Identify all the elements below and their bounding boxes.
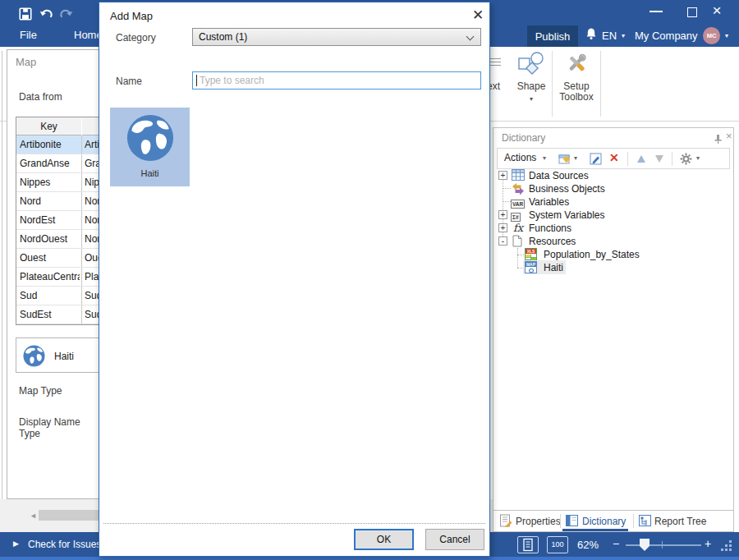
name-search-input[interactable] [192, 71, 481, 90]
tree-item-population-by-states[interactable]: XLS Population_by_States [493, 248, 732, 261]
category-label: Category [116, 32, 156, 44]
category-select[interactable]: Custom (1) [192, 28, 481, 46]
minimize-button[interactable] [649, 11, 663, 12]
new-item-caret-icon[interactable]: ▾ [574, 154, 577, 162]
expand-arrow-icon[interactable]: ▶ [13, 539, 19, 548]
add-map-dialog: Add Map ✕ Category Custom (1) Name Haiti… [99, 2, 490, 557]
report-tree-tab-icon [639, 515, 651, 530]
table-row[interactable]: SudEstSudEst [16, 305, 106, 324]
tree-item-resources[interactable]: - Resources [493, 235, 732, 248]
undo-icon[interactable] [39, 7, 53, 25]
dictionary-panel: Dictionary × Actions ▾ ▾ ✕ ▾ [493, 127, 734, 511]
tree-item-haiti[interactable]: MAP Haiti [493, 261, 732, 274]
shape-icon [517, 51, 545, 80]
check-for-issues-button[interactable]: Check for Issues [28, 539, 101, 550]
settings-gear-icon[interactable] [680, 153, 692, 168]
redo-icon[interactable] [59, 7, 74, 25]
edit-icon[interactable] [590, 153, 602, 168]
panel-close-icon[interactable]: × [726, 130, 732, 142]
tab-report-tree[interactable]: Report Tree [654, 516, 706, 527]
active-tab-underline [562, 529, 628, 531]
expander-icon[interactable]: + [498, 210, 507, 219]
variables-icon: VAR [511, 197, 524, 209]
table-row[interactable]: NordNord [16, 192, 106, 211]
zoom-100-button[interactable]: 100 [547, 536, 568, 553]
key-column-header: Key [16, 117, 81, 135]
zoom-slider-track[interactable] [626, 544, 701, 546]
table-row[interactable]: GrandAnseGrandAnse [16, 154, 106, 173]
globe-icon [126, 114, 174, 162]
tile-label: Haiti [110, 168, 190, 178]
table-row[interactable]: NordOuestNordOuest [16, 230, 106, 249]
tab-dictionary[interactable]: Dictionary [582, 516, 626, 527]
dialog-close-icon[interactable]: ✕ [469, 7, 487, 25]
move-down-icon[interactable] [655, 155, 663, 163]
tab-properties[interactable]: Properties [516, 516, 561, 527]
pin-icon[interactable] [714, 133, 723, 148]
cancel-button[interactable]: Cancel [425, 529, 484, 550]
tab-file[interactable]: File [20, 29, 37, 41]
language-caret-icon[interactable]: ▾ [622, 32, 625, 39]
actions-button[interactable]: Actions [504, 152, 536, 163]
dictionary-toolbar: Actions ▾ ▾ ✕ ▾ [497, 148, 730, 169]
text-cursor [196, 75, 197, 86]
zoom-in-icon[interactable]: + [705, 537, 711, 550]
publish-button[interactable]: Publish [527, 25, 578, 47]
category-value: Custom (1) [199, 31, 247, 43]
page-view-button[interactable] [517, 536, 539, 553]
zoom-slider-thumb[interactable] [640, 539, 649, 551]
dialog-title: Add Map [110, 10, 153, 22]
account-caret-icon[interactable]: ▾ [725, 32, 728, 39]
key-name-table: Key ArtiboniteArtibonite GrandAnseGrandA… [16, 117, 106, 325]
table-row[interactable]: ArtiboniteArtibonite [16, 135, 106, 154]
map-properties-panel: Map Data from Key ArtiboniteArtibonite G… [7, 49, 99, 499]
resize-grip[interactable] [721, 540, 732, 552]
new-item-icon[interactable] [558, 153, 571, 168]
app-window: × File Home Publish EN ▾ My Company MC ▾… [0, 0, 739, 560]
resources-icon [512, 235, 526, 247]
table-row[interactable]: NordEstNordEst [16, 211, 106, 230]
tree-item-business-objects[interactable]: Business Objects [493, 182, 732, 195]
data-from-label: Data from [19, 91, 62, 103]
actions-caret-icon[interactable]: ▾ [543, 154, 546, 162]
dictionary-title: Dictionary [502, 132, 545, 144]
expander-icon[interactable]: - [498, 236, 507, 246]
tree-item-data-sources[interactable]: + Data Sources [493, 169, 732, 182]
zoom-out-icon[interactable]: − [613, 537, 619, 550]
close-button[interactable]: × [708, 2, 726, 20]
avatar[interactable]: MC [703, 27, 720, 44]
map-tile-haiti[interactable]: Haiti [110, 108, 190, 186]
notifications-bell-icon[interactable] [585, 27, 598, 44]
functions-icon: fx [513, 222, 526, 234]
expander-icon[interactable]: + [498, 171, 507, 180]
display-name-type-label: Display Name Type [19, 416, 99, 439]
panel-title: Map [16, 56, 36, 68]
table-row[interactable]: SudSud [16, 287, 106, 305]
expander-icon[interactable]: + [498, 223, 507, 232]
table-row[interactable]: NippesNippes [16, 173, 106, 192]
table-row[interactable]: OuestOuest [16, 249, 106, 268]
save-icon[interactable] [18, 7, 33, 25]
maximize-button[interactable] [687, 7, 697, 17]
ok-button[interactable]: OK [354, 529, 414, 550]
setup-toolbox-button[interactable]: Setup Toolbox [555, 49, 598, 119]
tree-item-system-variables[interactable]: + Σ# System Variables [493, 209, 732, 222]
dock-tabs: Properties Dictionary Report Tree [493, 511, 734, 532]
data-sources-icon [512, 169, 525, 181]
language-selector[interactable]: EN [602, 30, 617, 42]
properties-tab-icon [499, 514, 512, 530]
ribbon-separator [600, 51, 601, 117]
settings-caret-icon[interactable]: ▾ [696, 154, 700, 162]
delete-icon[interactable]: ✕ [609, 151, 619, 164]
map-type-label: Map Type [19, 385, 62, 397]
table-row[interactable]: PlateauCentralPlateauCentral [16, 268, 106, 287]
account-name[interactable]: My Company [635, 30, 698, 42]
name-label: Name [116, 76, 142, 87]
shape-button[interactable]: Shape ▾ [512, 49, 550, 119]
move-up-icon[interactable] [637, 155, 645, 163]
tree-item-functions[interactable]: + fx Functions [493, 222, 732, 235]
scroll-left-icon[interactable]: ◄ [30, 512, 37, 520]
business-objects-icon [512, 182, 525, 195]
tree-item-variables[interactable]: VAR Variables [493, 195, 732, 209]
selected-map-item[interactable]: Haiti [16, 337, 106, 373]
